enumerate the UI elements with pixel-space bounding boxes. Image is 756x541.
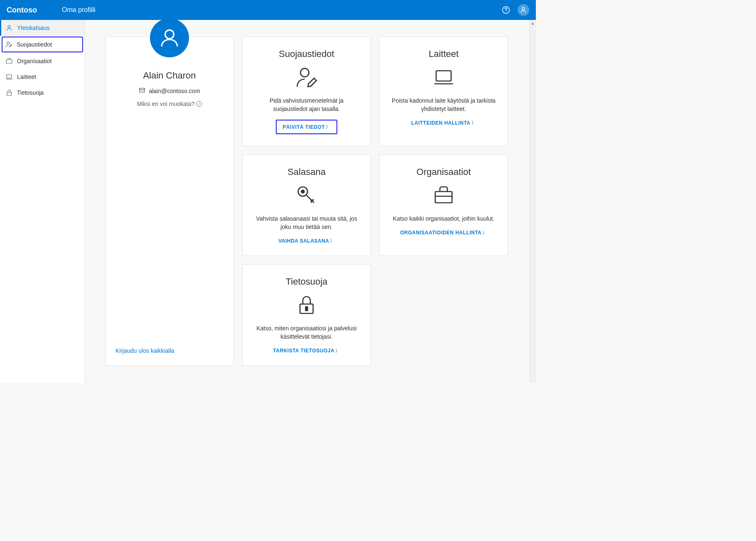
sidebar-item-privacy[interactable]: Tietosuoja: [0, 85, 85, 101]
person-edit-icon: [5, 41, 12, 48]
header: Contoso Oma profiili: [0, 0, 536, 20]
briefcase-icon: [5, 57, 13, 65]
sidebar-item-label: Organisaatiot: [17, 58, 52, 64]
review-privacy-link[interactable]: TARKISTA TIETOSUOJA 〉: [273, 348, 340, 354]
sidebar-item-devices[interactable]: Laitteet: [0, 69, 85, 85]
svg-point-3: [8, 25, 10, 28]
header-actions: [501, 4, 529, 16]
briefcase-icon: [432, 184, 455, 208]
svg-point-13: [302, 190, 304, 193]
edit-note[interactable]: Miksi en voi muokata? i: [137, 101, 202, 107]
profile-email: alain@contoso.com: [149, 88, 200, 94]
card-desc: Poista kadonnut laite käytöstä ja tarkis…: [390, 97, 498, 113]
update-info-link[interactable]: PÄIVITÄ TIEDOT 〉: [276, 120, 337, 134]
svg-rect-9: [140, 88, 145, 92]
card-link-label: PÄIVITÄ TIEDOT: [282, 124, 325, 130]
card-link-label: TARKISTA TIETOSUOJA: [273, 348, 334, 354]
mail-icon: [139, 87, 145, 95]
user-avatar-icon[interactable]: [518, 4, 529, 16]
password-card: Salasana Vahvista salasanaasi tai muuta …: [242, 155, 371, 256]
svg-point-10: [300, 69, 309, 77]
svg-point-4: [7, 42, 10, 44]
person-edit-icon: [295, 66, 318, 90]
svg-point-8: [165, 30, 174, 39]
signout-link[interactable]: Kirjaudu ulos kaikkialla: [115, 347, 174, 354]
scrollbar[interactable]: ▲: [529, 20, 536, 383]
svg-point-2: [522, 7, 525, 10]
profile-card: Alain Charon alain@contoso.com Miksi en …: [105, 37, 234, 366]
chevron-right-icon: 〉: [330, 238, 335, 244]
laptop-icon: [5, 73, 13, 81]
lock-icon: [295, 294, 318, 318]
sidebar-item-overview[interactable]: Yleiskatsaus: [0, 20, 85, 36]
sidebar-item-security[interactable]: Suojaustiedot: [2, 37, 83, 52]
devices-card: Laitteet Poista kadonnut laite käytöstä …: [379, 37, 508, 146]
privacy-card: Tietosuoja Katso, miten organisaatiosi j…: [242, 264, 371, 366]
svg-point-1: [506, 12, 506, 12]
svg-rect-6: [7, 75, 12, 78]
organizations-card: Organisaatiot Katso kaikki organisaatiot…: [379, 155, 508, 256]
svg-rect-5: [6, 59, 12, 64]
help-icon[interactable]: [501, 5, 511, 15]
key-icon: [295, 184, 318, 208]
scrollbar-up-icon[interactable]: ▲: [530, 20, 536, 27]
profile-avatar-icon: [150, 20, 189, 57]
sidebar-item-label: Laitteet: [17, 74, 36, 80]
svg-rect-11: [436, 71, 451, 81]
card-desc: Pidä vahvistusmenetelmät ja suojaustiedo…: [253, 97, 361, 113]
main-content: Alain Charon alain@contoso.com Miksi en …: [85, 20, 536, 383]
card-title: Laitteet: [429, 49, 459, 59]
card-title: Salasana: [287, 167, 326, 177]
manage-orgs-link[interactable]: ORGANISAATIOIDEN HALLINTA 〉: [400, 230, 487, 236]
svg-rect-7: [7, 92, 12, 96]
laptop-icon: [432, 66, 455, 90]
person-icon: [5, 24, 13, 32]
profile-name: Alain Charon: [143, 70, 196, 81]
card-link-label: VAIHDA SALASANA: [278, 238, 329, 244]
card-link-label: ORGANISAATIOIDEN HALLINTA: [400, 230, 481, 236]
chevron-right-icon: 〉: [471, 120, 476, 126]
sidebar-item-organizations[interactable]: Organisaatiot: [0, 53, 85, 69]
sidebar-item-label: Suojaustiedot: [17, 41, 52, 48]
card-desc: Vahvista salasanaasi tai muuta sitä, jos…: [253, 215, 361, 231]
edit-note-text: Miksi en voi muokata?: [137, 101, 195, 107]
chevron-right-icon: 〉: [335, 348, 340, 354]
chevron-right-icon: 〉: [326, 124, 331, 130]
sidebar: Yleiskatsaus Suojaustiedot Organisaatiot: [0, 20, 85, 383]
profile-email-row: alain@contoso.com: [139, 87, 200, 95]
brand-logo[interactable]: Contoso: [7, 6, 37, 15]
manage-devices-link[interactable]: LAITTEIDEN HALLINTA 〉: [411, 120, 476, 126]
info-icon: i: [196, 101, 202, 107]
change-password-link[interactable]: VAIHDA SALASANA 〉: [278, 238, 335, 244]
card-title: Organisaatiot: [417, 167, 471, 177]
sidebar-item-label: Yleiskatsaus: [17, 25, 50, 31]
chevron-right-icon: 〉: [482, 230, 487, 236]
svg-rect-16: [306, 307, 308, 311]
security-card: Suojaustiedot Pidä vahvistusmenetelmät j…: [242, 37, 371, 146]
lock-icon: [5, 89, 13, 96]
card-link-label: LAITTEIDEN HALLINTA: [411, 120, 471, 126]
card-title: Tietosuoja: [286, 276, 328, 287]
sidebar-item-label: Tietosuoja: [17, 89, 44, 96]
card-desc: Katso kaikki organisaatiot, joihin kuulu…: [393, 215, 494, 223]
card-title: Suojaustiedot: [279, 49, 334, 59]
svg-rect-14: [435, 192, 452, 203]
card-desc: Katso, miten organisaatiosi ja palvelusi…: [253, 325, 361, 341]
page-title: Oma profiili: [62, 6, 501, 14]
